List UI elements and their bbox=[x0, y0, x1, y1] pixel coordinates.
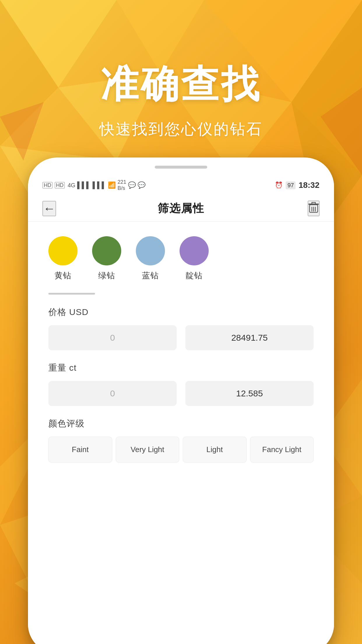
battery-level: 97 bbox=[286, 181, 296, 189]
weight-range-inputs bbox=[48, 381, 314, 406]
color-rating-label-fancy-light: Fancy Light bbox=[262, 445, 301, 454]
signal-bars: ▌▌▌ bbox=[77, 181, 91, 189]
time-display: 18:32 bbox=[298, 181, 319, 190]
color-rating-section: 颜色评级 Faint Very Light Light Fancy Light bbox=[43, 406, 319, 463]
color-rating-very-light[interactable]: Very Light bbox=[116, 437, 180, 463]
status-bar: HD HD 4G ▌▌▌ ▌▌▌ 📶 221B/s 💬 💬 ⏰ 97 18:32 bbox=[28, 175, 334, 195]
color-rating-label-faint: Faint bbox=[72, 445, 89, 454]
price-section-title: 价格 USD bbox=[48, 306, 314, 318]
weight-max-input[interactable] bbox=[185, 381, 314, 406]
diamond-circle-blue bbox=[136, 236, 165, 265]
color-rating-light[interactable]: Light bbox=[183, 437, 247, 463]
weight-section-title: 重量 ct bbox=[48, 362, 314, 374]
diamond-circle-green bbox=[92, 236, 121, 265]
diamond-type-selector: 黄钻 绿钻 蓝钻 靛钻 bbox=[43, 222, 319, 290]
phone-shell: HD HD 4G ▌▌▌ ▌▌▌ 📶 221B/s 💬 💬 ⏰ 97 18:32… bbox=[28, 158, 334, 644]
diamond-label-blue: 蓝钻 bbox=[142, 270, 159, 281]
back-arrow-icon: ← bbox=[43, 202, 55, 216]
trash-button[interactable] bbox=[308, 201, 319, 216]
diamond-circle-purple bbox=[180, 236, 209, 265]
wifi-icon: 📶 bbox=[108, 181, 116, 189]
nav-header: ← 筛选属性 bbox=[28, 195, 334, 222]
signal-bars2: ▌▌▌ bbox=[92, 181, 106, 189]
weight-section: 重量 ct bbox=[43, 350, 319, 406]
color-rating-fancy-light[interactable]: Fancy Light bbox=[250, 437, 314, 463]
color-rating-label-very-light: Very Light bbox=[131, 445, 164, 454]
hero-section: 准确查找 快速找到您心仪的钻石 bbox=[0, 0, 362, 181]
hero-title: 准确查找 bbox=[101, 59, 261, 110]
diamond-circle-yellow bbox=[48, 236, 78, 265]
price-max-input[interactable] bbox=[185, 325, 314, 350]
price-section: 价格 USD bbox=[43, 295, 319, 350]
diamond-item-blue[interactable]: 蓝钻 bbox=[136, 236, 165, 281]
diamond-label-purple: 靛钻 bbox=[186, 270, 203, 281]
price-min-input[interactable] bbox=[48, 325, 177, 350]
weight-min-input[interactable] bbox=[48, 381, 177, 406]
diamond-label-yellow: 黄钻 bbox=[55, 270, 71, 281]
status-right: ⏰ 97 18:32 bbox=[275, 181, 319, 190]
diamond-item-green[interactable]: 绿钻 bbox=[92, 236, 121, 281]
content-area: 黄钻 绿钻 蓝钻 靛钻 bbox=[28, 222, 334, 644]
nav-title: 筛选属性 bbox=[158, 201, 204, 216]
back-button[interactable]: ← bbox=[43, 201, 56, 216]
hd-icon: HD bbox=[43, 182, 52, 188]
wechat-icon: 💬 bbox=[138, 181, 145, 189]
price-range-inputs bbox=[48, 325, 314, 350]
phone-notch bbox=[155, 166, 207, 169]
message-icon: 💬 bbox=[128, 181, 136, 189]
color-rating-grid: Faint Very Light Light Fancy Light bbox=[48, 437, 314, 463]
hd-icon2: HD bbox=[55, 182, 65, 188]
4g-icon: 4G bbox=[68, 182, 75, 189]
alarm-icon: ⏰ bbox=[275, 181, 283, 189]
color-rating-faint[interactable]: Faint bbox=[48, 437, 112, 463]
status-left: HD HD 4G ▌▌▌ ▌▌▌ 📶 221B/s 💬 💬 bbox=[43, 179, 145, 191]
color-rating-label-light: Light bbox=[206, 445, 223, 454]
diamond-label-green: 绿钻 bbox=[98, 270, 115, 281]
phone-mockup: HD HD 4G ▌▌▌ ▌▌▌ 📶 221B/s 💬 💬 ⏰ 97 18:32… bbox=[28, 158, 334, 644]
trash-icon bbox=[308, 203, 319, 215]
diamond-item-yellow[interactable]: 黄钻 bbox=[48, 236, 78, 281]
color-rating-title: 颜色评级 bbox=[48, 418, 314, 430]
speed-text: 221B/s bbox=[117, 179, 126, 191]
diamond-item-purple[interactable]: 靛钻 bbox=[180, 236, 209, 281]
hero-subtitle: 快速找到您心仪的钻石 bbox=[99, 119, 263, 139]
